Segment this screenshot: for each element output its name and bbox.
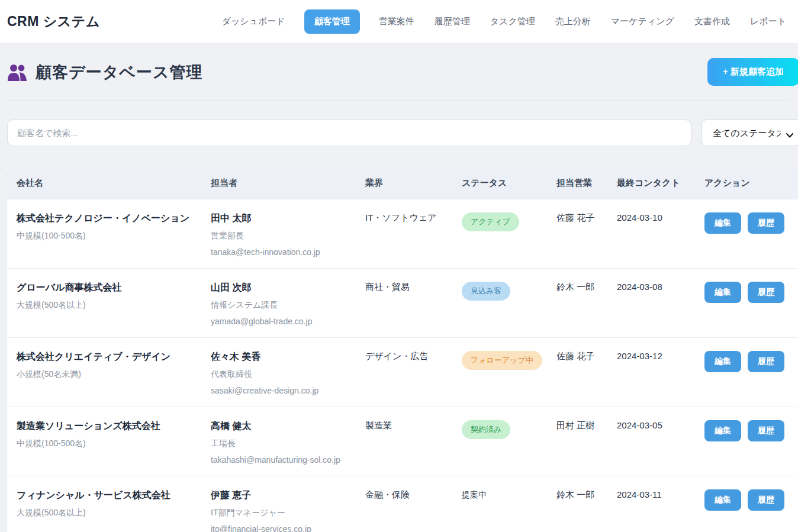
nav-item-0[interactable]: ダッシュボード xyxy=(221,10,287,33)
contact-name: 伊藤 恵子 xyxy=(211,489,346,502)
company-size: 大規模(500名以上) xyxy=(17,508,192,518)
last-contact-date: 2024-03-12 xyxy=(607,338,695,407)
filter-row: 全てのステータス xyxy=(7,120,791,146)
company-name: グローバル商事株式会社 xyxy=(17,282,192,294)
industry: 製造業 xyxy=(356,407,452,476)
industry: IT・ソフトウェア xyxy=(356,199,452,268)
status-filter-wrap: 全てのステータス xyxy=(702,120,798,146)
sales-rep: 佐藤 花子 xyxy=(547,338,607,407)
nav-menu: ダッシュボード顧客管理営業案件履歴管理タスク管理売上分析マーケティング文書作成レ… xyxy=(221,9,787,34)
contact-email: sasaki@creative-design.co.jp xyxy=(211,386,346,395)
history-button[interactable]: 履歴 xyxy=(748,282,784,303)
column-header-3: ステータス xyxy=(452,167,547,199)
table-row: 株式会社クリエイティブ・デザイン 小規模(50名未満) 佐々木 美香 代表取締役… xyxy=(7,337,798,407)
app-logo: CRM システム xyxy=(7,12,100,31)
search-input[interactable] xyxy=(7,120,691,146)
last-contact-date: 2024-03-10 xyxy=(607,199,695,268)
status-badge: 見込み客 xyxy=(462,282,510,301)
top-nav: CRM システム ダッシュボード顧客管理営業案件履歴管理タスク管理売上分析マーケ… xyxy=(0,0,798,43)
contact-name: 高橋 健太 xyxy=(211,420,346,433)
column-header-1: 担当者 xyxy=(201,167,356,199)
edit-button[interactable]: 編集 xyxy=(704,420,741,441)
people-icon xyxy=(7,63,27,81)
table-row: グローバル商事株式会社 大規模(500名以上) 山田 次郎 情報システム課長 y… xyxy=(7,268,798,337)
contact-email: tanaka@tech-innovation.co.jp xyxy=(211,247,346,257)
nav-item-8[interactable]: レポート xyxy=(749,10,787,33)
history-button[interactable]: 履歴 xyxy=(748,351,784,372)
contact-title: 営業部長 xyxy=(211,231,346,241)
company-name: 株式会社クリエイティブ・デザイン xyxy=(17,351,192,363)
company-size: 小規模(50名未満) xyxy=(17,369,192,380)
last-contact-date: 2024-03-08 xyxy=(607,269,695,337)
company-name: 製造業ソリューションズ株式会社 xyxy=(17,420,192,433)
nav-item-1[interactable]: 顧客管理 xyxy=(304,9,360,34)
sales-rep: 佐藤 花子 xyxy=(547,199,607,268)
nav-item-5[interactable]: 売上分析 xyxy=(554,10,592,33)
industry: デザイン・広告 xyxy=(356,338,452,407)
column-header-2: 業界 xyxy=(356,167,452,199)
industry: 金融・保険 xyxy=(356,476,452,532)
history-button[interactable]: 履歴 xyxy=(748,420,784,441)
status-filter-select[interactable]: 全てのステータス xyxy=(702,120,798,146)
contact-name: 佐々木 美香 xyxy=(211,351,346,363)
sales-rep: 鈴木 一郎 xyxy=(547,269,607,337)
contact-email: takahashi@manufacturing-sol.co.jp xyxy=(211,455,346,465)
nav-item-4[interactable]: タスク管理 xyxy=(489,10,536,33)
status-badge: 契約済み xyxy=(462,420,510,439)
table-row: フィナンシャル・サービス株式会社 大規模(500名以上) 伊藤 恵子 IT部門マ… xyxy=(7,476,798,532)
company-size: 中規模(100-500名) xyxy=(17,439,192,449)
page-header: 顧客データベース管理 + 新規顧客追加 xyxy=(7,43,791,101)
page-title: 顧客データベース管理 xyxy=(36,62,203,83)
contact-email: yamada@global-trade.co.jp xyxy=(211,317,346,326)
contact-name: 山田 次郎 xyxy=(211,282,346,294)
nav-item-7[interactable]: 文書作成 xyxy=(693,10,731,33)
nav-item-3[interactable]: 履歴管理 xyxy=(433,10,471,33)
history-button[interactable]: 履歴 xyxy=(748,489,784,511)
nav-item-2[interactable]: 営業案件 xyxy=(378,10,416,33)
sales-rep: 田村 正樹 xyxy=(547,407,607,476)
status-badge: フォローアップ中 xyxy=(462,351,542,370)
last-contact-date: 2024-03-05 xyxy=(607,407,695,476)
contact-email: ito@financial-services.co.jp xyxy=(211,524,346,532)
status-badge: 提案中 xyxy=(462,490,487,501)
last-contact-date: 2024-03-11 xyxy=(607,476,695,532)
contact-title: 情報システム課長 xyxy=(211,300,346,311)
main-content: 顧客データベース管理 + 新規顧客追加 全てのステータス 会社名担当者業界ステー… xyxy=(0,43,798,532)
edit-button[interactable]: 編集 xyxy=(704,212,741,234)
nav-item-6[interactable]: マーケティング xyxy=(610,10,675,33)
column-header-5: 最終コンタクト xyxy=(607,167,695,199)
contact-title: 代表取締役 xyxy=(211,369,346,380)
table-body: 株式会社テクノロジー・イノベーション 中規模(100-500名) 田中 太郎 営… xyxy=(7,199,798,532)
column-header-0: 会社名 xyxy=(7,167,201,199)
column-header-4: 担当営業 xyxy=(547,167,607,199)
company-name: フィナンシャル・サービス株式会社 xyxy=(17,489,192,502)
contact-title: 工場長 xyxy=(211,439,346,449)
company-size: 中規模(100-500名) xyxy=(17,231,192,241)
contact-name: 田中 太郎 xyxy=(211,212,346,225)
history-button[interactable]: 履歴 xyxy=(748,212,784,234)
company-name: 株式会社テクノロジー・イノベーション xyxy=(17,212,192,225)
add-customer-button[interactable]: + 新規顧客追加 xyxy=(707,58,798,86)
industry: 商社・貿易 xyxy=(356,269,452,337)
column-header-6: アクション xyxy=(695,167,798,199)
table-row: 製造業ソリューションズ株式会社 中規模(100-500名) 高橋 健太 工場長 … xyxy=(7,407,798,476)
customer-table: 会社名担当者業界ステータス担当営業最終コンタクトアクション 株式会社テクノロジー… xyxy=(7,167,798,532)
sales-rep: 鈴木 一郎 xyxy=(547,476,607,532)
table-header-row: 会社名担当者業界ステータス担当営業最終コンタクトアクション xyxy=(7,167,798,199)
edit-button[interactable]: 編集 xyxy=(704,489,741,511)
status-badge: アクティブ xyxy=(462,212,519,231)
table-row: 株式会社テクノロジー・イノベーション 中規模(100-500名) 田中 太郎 営… xyxy=(7,199,798,268)
company-size: 大規模(500名以上) xyxy=(17,300,192,311)
edit-button[interactable]: 編集 xyxy=(704,282,741,303)
edit-button[interactable]: 編集 xyxy=(704,351,741,372)
contact-title: IT部門マネージャー xyxy=(211,508,346,518)
